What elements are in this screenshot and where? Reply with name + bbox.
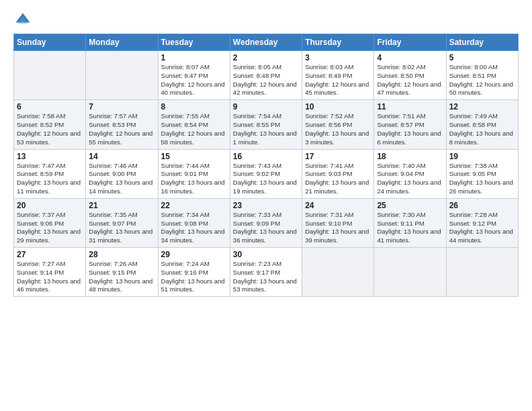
day-info: Sunrise: 7:35 AMSunset: 9:07 PMDaylight:… [89, 211, 154, 245]
calendar-week-4: 20Sunrise: 7:37 AMSunset: 9:06 PMDayligh… [14, 198, 519, 247]
day-info: Sunrise: 7:57 AMSunset: 8:53 PMDaylight:… [89, 112, 154, 146]
day-number: 2 [233, 53, 299, 62]
day-number: 23 [233, 201, 299, 210]
logo [13, 11, 35, 30]
day-info: Sunrise: 7:49 AMSunset: 8:58 PMDaylight:… [449, 112, 515, 146]
calendar-cell: 1Sunrise: 8:07 AMSunset: 8:47 PMDaylight… [158, 51, 230, 100]
day-number: 17 [305, 152, 371, 161]
calendar-cell: 20Sunrise: 7:37 AMSunset: 9:06 PMDayligh… [14, 198, 86, 247]
day-info: Sunrise: 7:40 AMSunset: 9:04 PMDaylight:… [377, 162, 443, 196]
calendar-week-2: 6Sunrise: 7:58 AMSunset: 8:52 PMDaylight… [14, 100, 519, 149]
calendar-week-5: 27Sunrise: 7:27 AMSunset: 9:14 PMDayligh… [14, 248, 519, 297]
calendar-header-row: SundayMondayTuesdayWednesdayThursdayFrid… [14, 34, 519, 51]
day-info: Sunrise: 8:00 AMSunset: 8:51 PMDaylight:… [449, 63, 515, 97]
calendar-cell: 24Sunrise: 7:31 AMSunset: 9:10 PMDayligh… [302, 198, 374, 247]
day-number: 18 [377, 152, 443, 161]
day-info: Sunrise: 7:43 AMSunset: 9:02 PMDaylight:… [233, 162, 299, 196]
calendar-week-3: 13Sunrise: 7:47 AMSunset: 8:59 PMDayligh… [14, 149, 519, 198]
day-number: 20 [17, 201, 83, 210]
calendar-cell: 21Sunrise: 7:35 AMSunset: 9:07 PMDayligh… [86, 198, 158, 247]
header [13, 11, 519, 30]
calendar-cell: 2Sunrise: 8:05 AMSunset: 8:48 PMDaylight… [230, 51, 302, 100]
calendar-cell: 9Sunrise: 7:54 AMSunset: 8:55 PMDaylight… [230, 100, 302, 149]
day-number: 22 [161, 201, 227, 210]
calendar-cell: 30Sunrise: 7:23 AMSunset: 9:17 PMDayligh… [230, 248, 302, 297]
calendar-cell: 18Sunrise: 7:40 AMSunset: 9:04 PMDayligh… [374, 149, 446, 198]
day-number: 19 [449, 152, 515, 161]
calendar-cell: 5Sunrise: 8:00 AMSunset: 8:51 PMDaylight… [446, 51, 518, 100]
day-info: Sunrise: 7:38 AMSunset: 9:05 PMDaylight:… [449, 162, 515, 196]
col-header-saturday: Saturday [446, 34, 518, 51]
day-info: Sunrise: 7:31 AMSunset: 9:10 PMDaylight:… [305, 211, 371, 245]
calendar-cell: 6Sunrise: 7:58 AMSunset: 8:52 PMDaylight… [14, 100, 86, 149]
day-number: 29 [161, 250, 227, 259]
day-number: 3 [305, 53, 371, 62]
day-number: 27 [17, 250, 83, 259]
day-number: 12 [449, 102, 515, 111]
calendar-cell: 19Sunrise: 7:38 AMSunset: 9:05 PMDayligh… [446, 149, 518, 198]
day-number: 5 [449, 53, 515, 62]
calendar-cell: 15Sunrise: 7:44 AMSunset: 9:01 PMDayligh… [158, 149, 230, 198]
page: SundayMondayTuesdayWednesdayThursdayFrid… [0, 0, 532, 411]
day-info: Sunrise: 7:23 AMSunset: 9:17 PMDaylight:… [233, 260, 299, 294]
day-number: 13 [17, 152, 83, 161]
day-number: 1 [161, 53, 227, 62]
calendar-cell: 8Sunrise: 7:55 AMSunset: 8:54 PMDaylight… [158, 100, 230, 149]
day-info: Sunrise: 7:37 AMSunset: 9:06 PMDaylight:… [17, 211, 83, 245]
day-number: 9 [233, 102, 299, 111]
calendar-week-1: 1Sunrise: 8:07 AMSunset: 8:47 PMDaylight… [14, 51, 519, 100]
day-info: Sunrise: 7:33 AMSunset: 9:09 PMDaylight:… [233, 211, 299, 245]
col-header-monday: Monday [86, 34, 158, 51]
col-header-tuesday: Tuesday [158, 34, 230, 51]
day-number: 7 [89, 102, 154, 111]
calendar-cell [14, 51, 86, 100]
day-info: Sunrise: 7:27 AMSunset: 9:14 PMDaylight:… [17, 260, 83, 294]
calendar-cell [302, 248, 374, 297]
day-number: 16 [233, 152, 299, 161]
day-info: Sunrise: 7:46 AMSunset: 9:00 PMDaylight:… [89, 162, 154, 196]
day-info: Sunrise: 7:55 AMSunset: 8:54 PMDaylight:… [161, 112, 227, 146]
day-info: Sunrise: 8:03 AMSunset: 8:49 PMDaylight:… [305, 63, 371, 97]
day-info: Sunrise: 7:34 AMSunset: 9:08 PMDaylight:… [161, 211, 227, 245]
calendar-cell: 28Sunrise: 7:26 AMSunset: 9:15 PMDayligh… [86, 248, 158, 297]
calendar-cell: 4Sunrise: 8:02 AMSunset: 8:50 PMDaylight… [374, 51, 446, 100]
calendar-cell: 16Sunrise: 7:43 AMSunset: 9:02 PMDayligh… [230, 149, 302, 198]
day-info: Sunrise: 7:41 AMSunset: 9:03 PMDaylight:… [305, 162, 371, 196]
calendar-cell: 11Sunrise: 7:51 AMSunset: 8:57 PMDayligh… [374, 100, 446, 149]
day-info: Sunrise: 7:47 AMSunset: 8:59 PMDaylight:… [17, 162, 83, 196]
calendar-table: SundayMondayTuesdayWednesdayThursdayFrid… [13, 34, 519, 297]
day-info: Sunrise: 8:02 AMSunset: 8:50 PMDaylight:… [377, 63, 443, 97]
calendar-cell: 23Sunrise: 7:33 AMSunset: 9:09 PMDayligh… [230, 198, 302, 247]
calendar-cell: 22Sunrise: 7:34 AMSunset: 9:08 PMDayligh… [158, 198, 230, 247]
calendar-cell: 12Sunrise: 7:49 AMSunset: 8:58 PMDayligh… [446, 100, 518, 149]
col-header-wednesday: Wednesday [230, 34, 302, 51]
day-number: 26 [449, 201, 515, 210]
col-header-friday: Friday [374, 34, 446, 51]
calendar-cell: 7Sunrise: 7:57 AMSunset: 8:53 PMDaylight… [86, 100, 158, 149]
calendar-cell: 25Sunrise: 7:30 AMSunset: 9:11 PMDayligh… [374, 198, 446, 247]
day-number: 21 [89, 201, 154, 210]
calendar-cell: 3Sunrise: 8:03 AMSunset: 8:49 PMDaylight… [302, 51, 374, 100]
day-info: Sunrise: 8:05 AMSunset: 8:48 PMDaylight:… [233, 63, 299, 97]
calendar-cell [374, 248, 446, 297]
day-info: Sunrise: 7:26 AMSunset: 9:15 PMDaylight:… [89, 260, 154, 294]
day-number: 30 [233, 250, 299, 259]
day-number: 11 [377, 102, 443, 111]
day-info: Sunrise: 8:07 AMSunset: 8:47 PMDaylight:… [161, 63, 227, 97]
day-number: 15 [161, 152, 227, 161]
day-number: 24 [305, 201, 371, 210]
day-info: Sunrise: 7:51 AMSunset: 8:57 PMDaylight:… [377, 112, 443, 146]
day-number: 14 [89, 152, 154, 161]
calendar-cell: 10Sunrise: 7:52 AMSunset: 8:56 PMDayligh… [302, 100, 374, 149]
calendar-cell: 13Sunrise: 7:47 AMSunset: 8:59 PMDayligh… [14, 149, 86, 198]
calendar-cell: 14Sunrise: 7:46 AMSunset: 9:00 PMDayligh… [86, 149, 158, 198]
col-header-sunday: Sunday [14, 34, 86, 51]
day-info: Sunrise: 7:52 AMSunset: 8:56 PMDaylight:… [305, 112, 371, 146]
day-number: 4 [377, 53, 443, 62]
day-info: Sunrise: 7:44 AMSunset: 9:01 PMDaylight:… [161, 162, 227, 196]
calendar-cell: 17Sunrise: 7:41 AMSunset: 9:03 PMDayligh… [302, 149, 374, 198]
day-info: Sunrise: 7:28 AMSunset: 9:12 PMDaylight:… [449, 211, 515, 245]
day-number: 8 [161, 102, 227, 111]
calendar-cell: 29Sunrise: 7:24 AMSunset: 9:16 PMDayligh… [158, 248, 230, 297]
calendar-cell: 26Sunrise: 7:28 AMSunset: 9:12 PMDayligh… [446, 198, 518, 247]
